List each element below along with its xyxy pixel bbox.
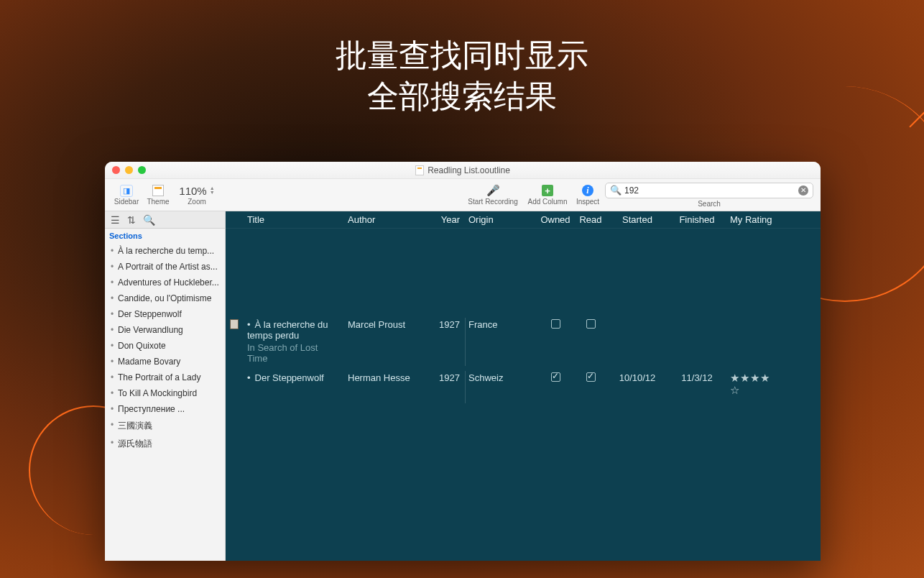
sidebar-icon: ◨ (120, 185, 133, 197)
cell-title[interactable]: •À la recherche du temps perduIn Search … (243, 319, 343, 364)
col-year[interactable]: Year (430, 214, 464, 225)
cell-read[interactable] (575, 372, 606, 384)
cell-owned[interactable] (536, 319, 575, 331)
sidebar-list: À la recherche du temp...A Portrait of t… (105, 243, 225, 561)
zoom-value: 110% (179, 185, 206, 197)
cell-read[interactable] (575, 319, 606, 331)
fullscreen-window-button[interactable] (138, 166, 146, 174)
cell-author[interactable]: Herman Hesse (343, 372, 430, 383)
info-icon: i (582, 185, 593, 196)
minimize-window-button[interactable] (125, 166, 133, 174)
cell-year[interactable]: 1927 (430, 319, 464, 330)
sidebar-item[interactable]: Преступление ... (105, 401, 225, 417)
search-input[interactable]: 🔍 192 ✕ (605, 183, 813, 198)
sidebar-item[interactable]: A Portrait of the Artist as... (105, 259, 225, 275)
cell-origin[interactable]: Schweiz (464, 372, 536, 383)
sidebar-item[interactable]: Die Verwandlung (105, 322, 225, 338)
sidebar-tools: ☰ ⇅ 🔍 (105, 211, 225, 229)
note-icon (230, 319, 239, 329)
col-finished[interactable]: Finished (668, 214, 726, 225)
cell-author[interactable]: Marcel Proust (343, 319, 430, 330)
clear-search-button[interactable]: ✕ (798, 185, 808, 196)
cell-year[interactable]: 1927 (430, 372, 464, 383)
table-row[interactable]: •Der SteppenwolfHerman Hesse1927Schweiz1… (226, 368, 821, 400)
microphone-icon: 🎤 (485, 184, 501, 197)
col-title[interactable]: Title (243, 214, 343, 225)
sidebar: ☰ ⇅ 🔍 Sections À la recherche du temp...… (105, 211, 226, 561)
sidebar-item[interactable]: Don Quixote (105, 338, 225, 354)
sidebar-header: Sections (105, 229, 225, 243)
cell-owned[interactable] (536, 372, 575, 384)
titlebar: Readling List.ooutline (105, 162, 821, 179)
collapse-icon[interactable]: ⇅ (127, 214, 136, 226)
col-origin[interactable]: Origin (464, 214, 536, 225)
search-label: Search (698, 200, 721, 208)
cell-rating[interactable]: ★★★★☆ (726, 372, 821, 396)
sidebar-item[interactable]: 源氏物語 (105, 435, 225, 453)
row-handle[interactable] (226, 319, 243, 331)
sidebar-item[interactable]: 三國演義 (105, 417, 225, 435)
owned-checkbox[interactable] (551, 319, 560, 329)
traffic-lights (112, 166, 146, 174)
sidebar-toggle-button[interactable]: ◨ Sidebar (112, 184, 141, 206)
col-started[interactable]: Started (606, 214, 668, 225)
window-title: Readling List.ooutline (428, 165, 510, 175)
cell-origin[interactable]: France (464, 319, 536, 330)
sidebar-item[interactable]: To Kill A Mockingbird (105, 385, 225, 401)
zoom-control[interactable]: 110% ▲▼ Zoom (175, 184, 218, 206)
column-headers: Title Author Year Origin Owned Read Star… (226, 211, 821, 229)
cell-finished[interactable]: 11/3/12 (668, 372, 726, 383)
col-author[interactable]: Author (343, 214, 430, 225)
magnify-icon[interactable]: 🔍 (143, 214, 155, 226)
owned-checkbox[interactable] (551, 372, 560, 382)
plus-icon: + (542, 185, 553, 196)
search-wrap: 🔍 192 ✕ Search (605, 183, 813, 208)
sidebar-item[interactable]: Candide, ou l'Optimisme (105, 290, 225, 306)
col-owned[interactable]: Owned (536, 214, 575, 225)
toolbar: ◨ Sidebar Theme 110% ▲▼ Zoom 🎤 Start Rec… (105, 179, 821, 211)
cell-title[interactable]: •Der Steppenwolf (243, 372, 343, 383)
sidebar-item[interactable]: À la recherche du temp... (105, 243, 225, 259)
search-icon: 🔍 (610, 185, 622, 196)
app-window: Readling List.ooutline ◨ Sidebar Theme 1… (105, 162, 821, 561)
sidebar-item[interactable]: Madame Bovary (105, 354, 225, 370)
main-content: Title Author Year Origin Owned Read Star… (226, 211, 821, 561)
read-checkbox[interactable] (586, 319, 596, 329)
zoom-stepper-icon[interactable]: ▲▼ (210, 186, 215, 195)
col-rating[interactable]: My Rating (726, 214, 821, 225)
add-column-button[interactable]: + Add Column (525, 184, 570, 206)
search-value: 192 (624, 185, 639, 196)
close-window-button[interactable] (112, 166, 120, 174)
headline-line1: 批量查找同时显示 (0, 35, 924, 75)
read-checkbox[interactable] (586, 372, 596, 382)
theme-icon (152, 185, 164, 196)
sidebar-item[interactable]: Der Steppenwolf (105, 306, 225, 322)
sidebar-item[interactable]: The Portrait of a Lady (105, 370, 225, 385)
theme-button[interactable]: Theme (144, 184, 172, 206)
table-rows: •À la recherche du temps perduIn Search … (226, 229, 821, 561)
sidebar-item[interactable]: Adventures of Huckleber... (105, 275, 225, 290)
start-recording-button[interactable]: 🎤 Start Recording (464, 184, 522, 206)
table-row[interactable]: •À la recherche du temps perduIn Search … (226, 315, 821, 368)
inspect-button[interactable]: i Inspect (573, 184, 602, 206)
outline-view-icon[interactable]: ☰ (111, 214, 120, 226)
col-read[interactable]: Read (575, 214, 606, 225)
cell-started[interactable]: 10/10/12 (606, 372, 668, 383)
cell-subtitle: In Search of Lost Time (247, 342, 339, 364)
document-icon (415, 165, 424, 175)
